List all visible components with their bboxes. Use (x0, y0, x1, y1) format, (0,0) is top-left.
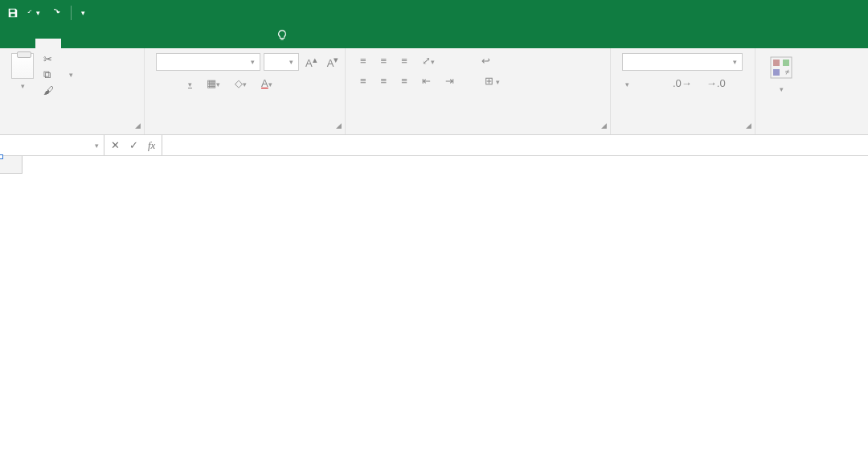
clipboard-icon (11, 53, 34, 79)
copy-button[interactable]: ⧉ ▾ (43, 68, 73, 81)
tab-insert[interactable] (61, 39, 87, 48)
cut-button[interactable]: ✂ (43, 53, 73, 65)
underline-button[interactable]: ▾ (185, 76, 195, 91)
qat-customize-icon[interactable]: ▾ (81, 9, 85, 17)
number-format-select[interactable]: ▾ (622, 53, 743, 71)
font-size-select[interactable]: ▾ (264, 53, 299, 71)
range-selection-c4h10 (0, 156, 2, 158)
svg-rect-1 (773, 60, 780, 66)
format-painter-button[interactable]: 🖌 (43, 84, 73, 97)
group-styles: ≠ ▾ (755, 48, 852, 134)
currency-button[interactable]: ▾ (622, 76, 633, 91)
italic-button[interactable] (170, 82, 177, 85)
clipboard-launcher-icon[interactable]: ◢ (135, 121, 141, 129)
brush-icon: 🖌 (43, 84, 54, 97)
tab-formulas[interactable] (113, 39, 138, 48)
decrease-indent-icon[interactable]: ⇤ (419, 73, 434, 88)
svg-rect-2 (783, 60, 789, 66)
copy-icon: ⧉ (43, 68, 51, 81)
svg-rect-3 (773, 69, 780, 76)
tab-view[interactable] (190, 39, 215, 48)
bold-button[interactable] (156, 82, 162, 85)
name-box[interactable]: ▾ (0, 135, 104, 155)
tab-developer[interactable] (215, 39, 241, 48)
align-right-icon[interactable]: ≡ (398, 73, 411, 88)
tab-page-layout[interactable] (87, 39, 113, 48)
font-name-select[interactable]: ▾ (156, 53, 260, 71)
redo-icon[interactable] (48, 6, 61, 19)
align-middle-icon[interactable]: ≡ (378, 53, 391, 68)
tab-home[interactable] (35, 39, 61, 48)
quick-access-toolbar: ▾ ▾ (0, 0, 868, 26)
decrease-decimal-icon[interactable]: →.0 (703, 76, 729, 91)
save-icon[interactable] (6, 6, 19, 19)
font-color-button[interactable]: A▾ (258, 76, 276, 91)
border-button[interactable]: ▦▾ (203, 76, 223, 91)
group-alignment: ≡ ≡ ≡ ⤢▾ ↩ ≡ ≡ ≡ ⇤ ⇥ ⊞ ▾ ◢ (346, 48, 611, 134)
enter-icon[interactable]: ✓ (129, 139, 138, 151)
orientation-icon[interactable]: ⤢▾ (419, 53, 438, 68)
alignment-launcher-icon[interactable]: ◢ (601, 121, 607, 129)
formula-bar: ▾ ✕ ✓ fx (0, 135, 868, 156)
tell-me[interactable] (276, 30, 293, 48)
comma-button[interactable] (655, 82, 661, 85)
increase-font-icon[interactable]: A▴ (302, 53, 321, 71)
scissors-icon: ✂ (43, 53, 52, 65)
paste-button[interactable]: ▾ (11, 53, 34, 90)
group-clipboard: ▾ ✂ ⧉ ▾ 🖌 ◢ (0, 48, 145, 134)
number-launcher-icon[interactable]: ◢ (746, 121, 751, 129)
increase-indent-icon[interactable]: ⇥ (442, 73, 457, 88)
tab-review[interactable] (164, 39, 190, 48)
tab-data[interactable] (138, 39, 164, 48)
ribbon-tabs (0, 26, 868, 48)
name-box-input[interactable] (0, 139, 80, 151)
font-launcher-icon[interactable]: ◢ (336, 121, 342, 129)
group-number: ▾ ▾ .0→ →.0 ◢ (611, 48, 755, 134)
merge-center-button[interactable]: ⊞ ▾ (481, 73, 504, 88)
undo-icon[interactable]: ▾ (27, 6, 40, 19)
increase-decimal-icon[interactable]: .0→ (669, 76, 695, 91)
align-left-icon[interactable]: ≡ (357, 73, 370, 88)
lightbulb-icon (276, 30, 288, 43)
spreadsheet-grid[interactable] (0, 156, 868, 450)
fx-icon[interactable]: fx (148, 139, 155, 152)
decrease-font-icon[interactable]: A▾ (324, 53, 342, 71)
ribbon: ▾ ✂ ⧉ ▾ 🖌 ◢ ▾ ▾ A▴ A▾ ▾ ▦▾ ◇▾ (0, 48, 868, 135)
tab-file[interactable] (10, 39, 35, 48)
cancel-icon[interactable]: ✕ (111, 139, 120, 151)
tab-help[interactable] (241, 39, 267, 48)
conditional-formatting-button[interactable]: ≠ ▾ (767, 53, 796, 94)
wrap-text-button[interactable]: ↩ (478, 53, 493, 68)
svg-text:≠: ≠ (785, 68, 790, 76)
select-all-corner[interactable] (0, 156, 23, 174)
align-center-icon[interactable]: ≡ (378, 73, 391, 88)
conditional-formatting-icon: ≠ (767, 53, 796, 82)
group-font: ▾ ▾ A▴ A▾ ▾ ▦▾ ◇▾ A▾ ◢ (145, 48, 346, 134)
formula-input[interactable] (162, 135, 868, 155)
percent-button[interactable] (641, 82, 647, 85)
align-bottom-icon[interactable]: ≡ (398, 53, 411, 68)
align-top-icon[interactable]: ≡ (357, 53, 370, 68)
fill-color-button[interactable]: ◇▾ (231, 76, 250, 91)
